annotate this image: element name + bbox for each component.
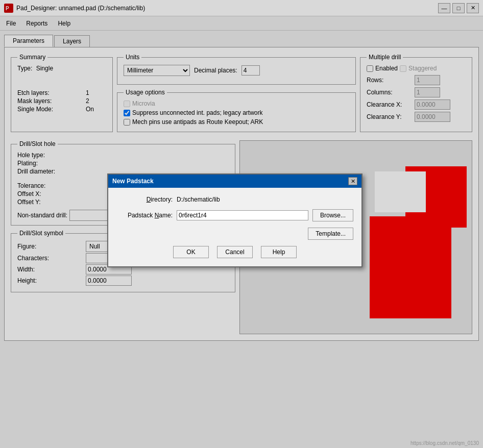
dialog-close-button[interactable]: ✕ — [348, 177, 357, 185]
template-button[interactable]: Template... — [308, 228, 353, 240]
ok-button[interactable]: OK — [173, 246, 209, 258]
dialog-title: New Padstack — [112, 178, 154, 185]
dialog-body: Directory: D:/schematic/lib Padstack Nam… — [108, 188, 361, 266]
padstack-name-row: Padstack Name: Browse... — [116, 209, 353, 221]
dialog-action-buttons: OK Cancel Help — [116, 246, 353, 258]
directory-row: Directory: D:/schematic/lib — [116, 196, 353, 203]
directory-label: Directory: — [116, 196, 173, 203]
dialog-overlay: New Padstack ✕ Directory: D:/schematic/l… — [0, 0, 483, 448]
browse-button[interactable]: Browse... — [312, 209, 353, 221]
padstack-name-label: Padstack Name: — [116, 212, 173, 219]
padstack-name-input[interactable] — [177, 210, 308, 220]
dialog-title-bar: New Padstack ✕ — [108, 175, 361, 188]
help-button[interactable]: Help — [261, 246, 297, 258]
cancel-button[interactable]: Cancel — [217, 246, 253, 258]
directory-value: D:/schematic/lib — [177, 196, 220, 203]
new-padstack-dialog: New Padstack ✕ Directory: D:/schematic/l… — [107, 173, 363, 267]
